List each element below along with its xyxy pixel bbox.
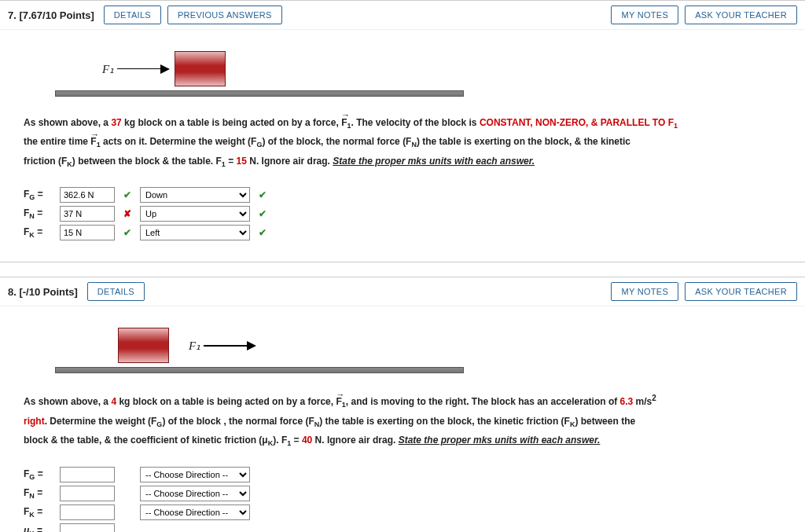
text: =: [226, 156, 237, 167]
direction-select[interactable]: Left: [140, 225, 250, 240]
row-label: FK =: [24, 506, 53, 519]
constant-text: CONSTANT, NON-ZERO, & PARALLEL TO F1: [480, 117, 678, 128]
direction-select[interactable]: -- Choose Direction --: [140, 486, 250, 501]
spacer: [121, 468, 134, 481]
text: ) between the block & the table. F: [72, 156, 222, 167]
figure: F₁: [24, 39, 781, 105]
details-button[interactable]: DETAILS: [87, 282, 145, 301]
row-label: FG =: [24, 189, 53, 201]
mass-value: 37: [111, 117, 121, 128]
force-arrow-line: [117, 68, 160, 70]
question-number-points: 8. [-/10 Points]: [8, 286, 81, 298]
value-input[interactable]: [60, 225, 115, 240]
f1-symbol: F1: [90, 133, 100, 152]
details-button[interactable]: DETAILS: [104, 6, 161, 24]
row-label: FN =: [24, 207, 53, 220]
question-body: F₁ As shown above, a 37 kg block on a ta…: [0, 30, 805, 262]
question-number-points: 7. [7.67/10 Points]: [8, 9, 97, 21]
value-input[interactable]: [60, 187, 115, 203]
row-label: FG =: [24, 468, 53, 481]
text: ) of the block , the normal force (F: [162, 416, 314, 427]
x-icon: ✘: [121, 207, 134, 220]
state-units: State the proper mks units with each ans…: [333, 156, 535, 167]
acc-value: 6.3: [620, 396, 634, 407]
answer-row-fn: FN = -- Choose Direction --: [24, 484, 781, 503]
value-input[interactable]: [60, 486, 115, 501]
force-arrow-line: [204, 345, 247, 347]
answer-row-fn: FN = ✘ Up ✔: [24, 204, 781, 223]
text: ) between the: [575, 416, 635, 427]
question-body: F₁ As shown above, a 4 kg block on a tab…: [0, 306, 805, 532]
direction-text: right: [24, 416, 45, 427]
check-icon: ✔: [256, 226, 269, 239]
figure: F₁: [24, 316, 781, 381]
row-label: FN =: [24, 487, 53, 500]
ask-teacher-button[interactable]: ASK YOUR TEACHER: [685, 6, 797, 24]
text: ) of the block, the normal force (F: [262, 136, 411, 147]
state-units: State the proper mks units with each ans…: [399, 435, 601, 446]
text: N. Ignore air drag.: [312, 435, 398, 446]
answer-rows: FG = -- Choose Direction -- FN = -- Choo…: [24, 465, 781, 532]
text: , and is moving to the right. The block …: [346, 396, 620, 407]
check-icon: ✔: [256, 189, 269, 201]
question-header: 7. [7.67/10 Points] DETAILS PREVIOUS ANS…: [0, 1, 805, 30]
problem-text: As shown above, a 37 kg block on a table…: [24, 114, 781, 171]
text: kg block on a table is being acted on by…: [116, 396, 336, 407]
answer-row-muk: μK =: [24, 522, 781, 532]
force-arrow-head-icon: [160, 64, 170, 74]
table-surface: [55, 90, 464, 97]
text: As shown above, a: [24, 396, 111, 407]
block-icon: [118, 328, 169, 363]
answer-row-fk: FK = ✔ Left ✔: [24, 223, 781, 242]
text: =: [291, 435, 302, 446]
force-label: F₁: [189, 339, 200, 353]
table-surface: [55, 367, 464, 373]
row-label: μK =: [24, 525, 53, 532]
f1-symbol: F1: [341, 114, 351, 133]
text: . Determine the weight (F: [45, 416, 157, 427]
text: block & the table, & the coefficient of …: [24, 435, 268, 446]
value-input[interactable]: [60, 504, 115, 520]
answer-row-fg: FG = -- Choose Direction --: [24, 465, 781, 484]
text: N. Ignore air drag.: [247, 156, 333, 167]
force-label: F₁: [102, 62, 114, 76]
text: . The velocity of the block is: [351, 117, 480, 128]
text: m/s: [633, 396, 652, 407]
my-notes-button[interactable]: MY NOTES: [611, 6, 678, 24]
check-icon: ✔: [121, 189, 134, 201]
force-value: 40: [302, 435, 312, 446]
answer-row-fg: FG = ✔ Down ✔: [24, 185, 781, 204]
value-input[interactable]: [60, 467, 115, 482]
direction-select[interactable]: -- Choose Direction --: [140, 467, 250, 482]
row-label: FK =: [24, 226, 53, 239]
value-input[interactable]: [60, 206, 115, 222]
check-icon: ✔: [256, 207, 269, 220]
problem-text: As shown above, a 4 kg block on a table …: [24, 391, 781, 450]
spacer: [121, 487, 134, 500]
block-icon: [175, 51, 226, 86]
text: kg block on a table is being acted on by…: [122, 117, 341, 128]
question-header: 8. [-/10 Points] DETAILS MY NOTES ASK YO…: [0, 277, 805, 306]
answer-row-fk: FK = -- Choose Direction --: [24, 503, 781, 522]
direction-select[interactable]: Down: [140, 187, 250, 203]
text: acts on it. Determine the weight (F: [101, 136, 257, 147]
text: ) the table is exerting on the block, th…: [319, 416, 570, 427]
text: ) the table is exerting on the block, & …: [417, 136, 630, 147]
f1-symbol: F1: [336, 393, 345, 412]
check-icon: ✔: [121, 226, 134, 239]
force-value: 15: [237, 156, 247, 167]
direction-select[interactable]: -- Choose Direction --: [140, 504, 250, 520]
force-arrow-head-icon: [247, 341, 256, 350]
ask-teacher-button[interactable]: ASK YOUR TEACHER: [685, 282, 797, 301]
text: friction (F: [24, 156, 67, 167]
direction-select[interactable]: Up: [140, 206, 250, 222]
text: the entire time: [24, 136, 90, 147]
spacer: [121, 506, 134, 519]
my-notes-button[interactable]: MY NOTES: [611, 282, 678, 301]
value-input[interactable]: [60, 523, 115, 532]
text: ). F: [273, 435, 287, 446]
question-8: 8. [-/10 Points] DETAILS MY NOTES ASK YO…: [0, 277, 805, 532]
previous-answers-button[interactable]: PREVIOUS ANSWERS: [167, 6, 282, 24]
question-7: 7. [7.67/10 Points] DETAILS PREVIOUS ANS…: [0, 0, 805, 262]
answer-rows: FG = ✔ Down ✔ FN = ✘ Up ✔ FK = ✔ Left ✔: [24, 185, 781, 242]
